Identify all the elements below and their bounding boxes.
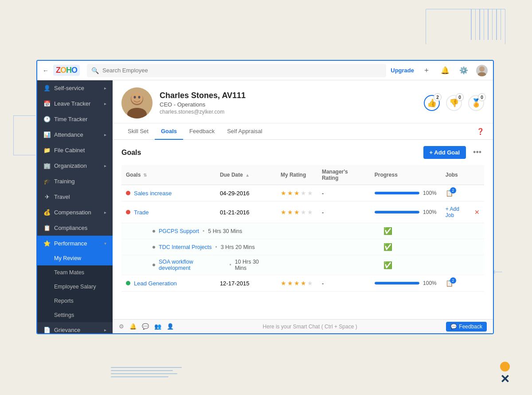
feedback-button[interactable]: 💬 Feedback	[446, 322, 487, 332]
star-2: ★	[287, 209, 293, 216]
goal-status-dot	[126, 210, 130, 214]
sidebar-item-travel[interactable]: ✈ Travel	[37, 189, 113, 205]
sub-goal-link-soa[interactable]: SOA workflow development	[159, 259, 226, 271]
bell-bottom-icon[interactable]: 🔔	[129, 323, 137, 330]
badge-award: 0 🏅	[468, 95, 484, 111]
remove-job-button[interactable]: ✕	[474, 209, 480, 216]
sidebar-item-grievance[interactable]: 📄 Grievance ▸	[37, 322, 113, 333]
goals-section: Goals + Add Goal ••• Goals ⇅	[113, 140, 493, 319]
bottom-bar: ⚙ 🔔 💬 👥 👤 Here is your Smart Chat ( Ctrl…	[113, 319, 493, 333]
goal-link-sales-increase[interactable]: Sales increase	[134, 190, 172, 197]
tab-skill-set[interactable]: Skill Set	[121, 123, 155, 140]
sub-goal-link-tdc[interactable]: TDC Internal Projects	[159, 244, 211, 250]
star-4: ★	[301, 190, 306, 197]
sub-goal-empty1	[276, 223, 317, 239]
svg-point-1	[477, 72, 486, 76]
sidebar-item-attendance[interactable]: 📊 Attendance ▸	[37, 127, 113, 142]
chat-bottom-icon[interactable]: 💬	[142, 323, 149, 330]
progress-percent: 100%	[423, 190, 437, 196]
sidebar-item-time-tracker[interactable]: 🕐 Time Tracker	[37, 111, 113, 127]
add-goal-button[interactable]: + Add Goal	[423, 146, 466, 159]
tabs-bar: Skill Set Goals Feedback Self Appraisal …	[113, 123, 493, 140]
chevron-icon: ▸	[104, 132, 106, 137]
goal-due-date: 12-17-2015	[215, 275, 276, 292]
col-header-goals: Goals ⇅	[121, 165, 215, 185]
tab-feedback[interactable]: Feedback	[183, 123, 221, 140]
profile-badges: 2 👍 0 👎 0 🏅	[424, 95, 484, 111]
sub-goal-check: ✅	[370, 239, 441, 255]
search-bar[interactable]: 🔍	[87, 64, 386, 77]
badge-award-circle: 0 🏅	[468, 95, 484, 111]
sub-goal-time: 3 Hrs 20 Mins	[221, 244, 255, 250]
sidebar-label-grievance: Grievance	[54, 327, 80, 333]
star-3: ★	[294, 209, 300, 216]
self-service-icon: 👤	[43, 85, 51, 91]
sort-icon-date[interactable]: ▲	[245, 173, 250, 178]
goal-due-date: 04-29-2016	[215, 185, 276, 201]
grievance-icon: 📄	[43, 327, 51, 333]
help-icon[interactable]: ❓	[477, 123, 484, 139]
search-input[interactable]	[102, 67, 382, 74]
sidebar-item-compensation[interactable]: 💰 Compensation ▸	[37, 205, 113, 220]
tab-self-appraisal[interactable]: Self Appraisal	[221, 123, 269, 140]
app-window: ← ZOHO 🔍 Upgrade ＋ 🔔 ⚙️ 👤 Se	[36, 60, 494, 334]
bg-decoration-bottom	[111, 367, 182, 377]
sidebar-item-left: 🎓 Training	[43, 178, 74, 185]
sub-goal-empty3	[441, 223, 484, 239]
notifications-button[interactable]: 🔔	[439, 64, 451, 77]
settings-button[interactable]: ⚙️	[458, 64, 470, 77]
sidebar-item-self-service[interactable]: 👤 Self-service ▸	[37, 80, 113, 96]
search-icon: 🔍	[91, 67, 99, 74]
sidebar-item-left: 🏢 Organization	[43, 162, 87, 169]
check-icon: ✅	[383, 261, 392, 269]
sidebar-item-my-review[interactable]: My Review	[37, 251, 113, 265]
sidebar-item-training[interactable]: 🎓 Training	[37, 174, 113, 189]
people-bottom-icon[interactable]: 👥	[154, 323, 161, 330]
sidebar-item-left: 📁 File Cabinet	[43, 147, 85, 154]
add-button[interactable]: ＋	[420, 64, 433, 77]
sidebar-label-file-cabinet: File Cabinet	[54, 147, 85, 154]
feedback-label: Feedback	[459, 324, 482, 330]
attendance-icon: 📊	[43, 131, 51, 138]
travel-icon: ✈	[43, 194, 51, 200]
sub-goal-dot	[153, 246, 155, 249]
star-4: ★	[301, 280, 306, 287]
star-2: ★	[287, 280, 293, 287]
bg-decoration-box	[426, 9, 505, 44]
check-icon: ✅	[383, 227, 392, 235]
sidebar-item-settings[interactable]: Settings	[37, 308, 113, 322]
sidebar-item-file-cabinet[interactable]: 📁 File Cabinet	[37, 142, 113, 158]
sidebar-item-team-mates[interactable]: Team Mates	[37, 265, 113, 280]
sidebar-item-performance[interactable]: ⭐ Performance ▾	[37, 236, 113, 251]
sidebar-item-compliances[interactable]: 📋 Compliances	[37, 220, 113, 236]
settings-bottom-icon[interactable]: ⚙	[119, 323, 124, 330]
person-bottom-icon[interactable]: 👤	[167, 323, 174, 330]
tab-goals[interactable]: Goals	[155, 123, 183, 140]
add-job-link[interactable]: + Add Job	[446, 206, 469, 218]
sidebar-item-leave-tracker[interactable]: 📅 Leave Tracker ▸	[37, 96, 113, 111]
table-row: Lead Generation 12-17-2015 ★ ★ ★ ★	[121, 275, 484, 292]
sort-icon[interactable]: ⇅	[143, 173, 147, 178]
more-options-button[interactable]: •••	[470, 147, 484, 158]
back-button[interactable]: ←	[43, 67, 49, 74]
star-4: ★	[301, 209, 306, 216]
sub-goal-empty2	[317, 239, 370, 255]
badge-thumbup: 2 👍	[424, 95, 440, 111]
table-row: Sales increase 04-29-2016 ★ ★ ★ ★	[121, 185, 484, 201]
goal-managers-rating: -	[317, 201, 370, 223]
table-row: Trade 01-21-2016 ★ ★ ★ ★ ★	[121, 201, 484, 223]
profile-header: Charles Stones, AV111 CEO - Operations c…	[113, 80, 493, 123]
sidebar-item-reports[interactable]: Reports	[37, 294, 113, 308]
smart-chat-text: Here is your Smart Chat ( Ctrl + Space )	[180, 324, 440, 330]
chevron-icon: ▸	[104, 101, 106, 106]
goal-link-lead-generation[interactable]: Lead Generation	[134, 280, 177, 287]
user-avatar[interactable]	[476, 65, 488, 76]
sidebar-item-organization[interactable]: 🏢 Organization ▸	[37, 158, 113, 174]
badge-thumbdown-circle: 0 👎	[446, 95, 462, 111]
sub-goal-link-pgcps[interactable]: PGCPS Support	[159, 228, 199, 234]
sub-goal-row: PGCPS Support • 5 Hrs 30 Mins ✅	[121, 223, 484, 239]
upgrade-button[interactable]: Upgrade	[391, 67, 414, 74]
goal-link-trade[interactable]: Trade	[134, 209, 149, 216]
star-rating: ★ ★ ★ ★ ★	[281, 190, 313, 197]
sidebar-item-employee-salary[interactable]: Employee Salary	[37, 280, 113, 294]
